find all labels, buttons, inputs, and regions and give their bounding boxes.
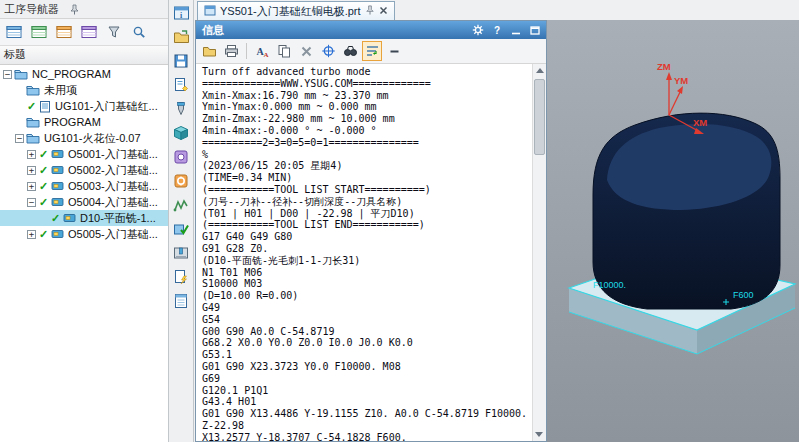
filter-icon[interactable] <box>102 22 125 42</box>
tree-item-label: NC_PROGRAM <box>30 68 113 80</box>
code-line: G43.4 H01 <box>202 396 532 408</box>
word-wrap-icon[interactable] <box>362 41 382 61</box>
code-line: Zmin-Zmax:-22.980 mm ~ 10.000 mm <box>202 113 532 125</box>
tree-item[interactable]: +✓O5001-入门基础... <box>0 146 168 162</box>
expand-icon[interactable]: + <box>27 166 36 175</box>
code-line: Z-22.98 <box>202 420 532 432</box>
locate-icon[interactable] <box>318 41 338 61</box>
maximize-icon[interactable] <box>530 26 540 35</box>
verify-toolpath-icon[interactable] <box>170 218 192 240</box>
open-part-icon[interactable] <box>170 26 192 48</box>
cam-toolbar: i <box>169 0 194 442</box>
code-line: (TIME=0.34 MIN) <box>202 172 532 184</box>
expand-icon[interactable]: + <box>27 182 36 191</box>
tree-item[interactable]: ✓UG101-入门基础红... <box>0 98 168 114</box>
pin-icon[interactable] <box>365 5 375 17</box>
folder-icon <box>26 132 40 144</box>
create-operation-icon[interactable] <box>170 170 192 192</box>
tree-item[interactable]: ✓D10-平面铣-1... <box>0 210 168 226</box>
navigator-toolbar <box>0 19 168 46</box>
font-icon[interactable]: AA <box>252 41 272 61</box>
shop-documentation-icon[interactable] <box>170 290 192 312</box>
tree-item[interactable]: +✓O5002-入门基础... <box>0 162 168 178</box>
tree-item[interactable]: PROGRAM <box>0 114 168 130</box>
check-icon: ✓ <box>38 196 49 209</box>
scroll-up-icon[interactable] <box>533 64 546 77</box>
info-window: 信息 ? AA Turn off advanced turbo mode====… <box>195 20 547 442</box>
collapse-icon[interactable]: − <box>15 134 24 143</box>
document-tab[interactable]: YS501-入门基础红铜电极.prt <box>197 1 395 20</box>
geometry-view-icon[interactable] <box>52 22 75 42</box>
tree-item-label: 未用项 <box>42 83 79 98</box>
settings-icon[interactable] <box>472 24 484 36</box>
info-title: 信息 <box>202 23 224 38</box>
create-geometry-icon[interactable] <box>170 122 192 144</box>
vertical-scrollbar[interactable] <box>532 64 546 441</box>
collapse-icon[interactable]: − <box>27 198 36 207</box>
tree-item-label: O5005-入门基础... <box>66 227 160 242</box>
tree-item-label: PROGRAM <box>42 116 103 128</box>
expand-icon[interactable]: + <box>27 230 36 239</box>
collapse-icon[interactable] <box>384 41 404 61</box>
svg-text:A: A <box>263 51 268 59</box>
scroll-down-icon[interactable] <box>535 432 543 437</box>
code-line: X13.2577 Y-18.3707 C-54.1828 F600. <box>202 432 532 441</box>
expand-icon[interactable]: + <box>27 150 36 159</box>
code-line: G91 G28 Z0. <box>202 243 532 255</box>
print-icon[interactable] <box>221 41 241 61</box>
machine-tool-view-icon[interactable] <box>27 22 50 42</box>
navigator-header: 工序导航器 <box>0 0 168 19</box>
document-tabbar: YS501-入门基础红铜电极.prt <box>195 0 799 20</box>
axis-label-xm: XM <box>693 117 707 128</box>
tree-item[interactable]: −NC_PROGRAM <box>0 66 168 82</box>
code-line: S10000 M03 <box>202 278 532 290</box>
feed-label-right: F600 <box>733 290 754 300</box>
operation-icon <box>51 164 64 176</box>
navigator-title: 工序导航器 <box>4 2 59 17</box>
code-line: ==========2=3=0=5=0=1=============== <box>202 137 532 149</box>
scrollbar-thumb[interactable] <box>534 79 545 155</box>
program-order-view-icon[interactable] <box>2 22 25 42</box>
create-program-icon[interactable] <box>170 74 192 96</box>
tree-item[interactable]: −✓O5004-入门基础... <box>0 194 168 210</box>
pin-icon[interactable] <box>69 4 80 15</box>
minimize-icon[interactable] <box>511 26 521 35</box>
generate-toolpath-icon[interactable] <box>170 194 192 216</box>
tree-item[interactable]: 未用项 <box>0 82 168 98</box>
post-process-icon[interactable] <box>170 266 192 288</box>
open-file-icon[interactable] <box>199 41 219 61</box>
column-header[interactable]: 标题 <box>0 46 168 65</box>
tree-item[interactable]: +✓O5005-入门基础... <box>0 226 168 242</box>
operation-icon <box>51 180 64 192</box>
tree-item-label: UG101-火花位-0.07 <box>42 131 143 146</box>
tree-item[interactable]: +✓O5003-入门基础... <box>0 178 168 194</box>
help-icon[interactable]: ? <box>493 25 502 36</box>
code-line: 4min-4max:-0.000 ° ~ -0.000 ° <box>202 125 532 137</box>
close-icon[interactable] <box>379 5 388 17</box>
info-titlebar[interactable]: 信息 ? <box>196 21 546 39</box>
code-line: G49 <box>202 302 532 314</box>
tree-item-label: UG101-入门基础红... <box>53 99 160 114</box>
collapse-icon[interactable]: − <box>3 70 12 79</box>
copy-icon[interactable] <box>274 41 294 61</box>
machining-method-view-icon[interactable] <box>77 22 100 42</box>
find-icon[interactable] <box>340 41 360 61</box>
document-tab-title: YS501-入门基础红铜电极.prt <box>220 4 361 19</box>
graphics-viewport[interactable]: ZM YM XM F10000. F600 <box>547 20 799 442</box>
code-line: (T01 | H01 | D00 | -22.98 | 平刀D10) <box>202 208 532 220</box>
save-part-icon[interactable] <box>170 50 192 72</box>
information-window-icon[interactable]: i <box>170 2 192 24</box>
tree-item-label: O5002-入门基础... <box>66 163 160 178</box>
delete-icon[interactable] <box>296 41 316 61</box>
create-tool-icon[interactable] <box>170 98 192 120</box>
folder-icon <box>26 116 40 128</box>
code-line: G01 G90 X13.4486 Y-19.1155 Z10. A0.0 C-5… <box>202 408 532 420</box>
code-line: (===========TOOL LIST END===========) <box>202 219 532 231</box>
tree-item[interactable]: −UG101-火花位-0.07 <box>0 130 168 146</box>
simulate-machine-icon[interactable] <box>170 242 192 264</box>
find-object-icon[interactable] <box>127 22 150 42</box>
folder-icon <box>26 84 40 96</box>
code-line: (刀号--刀补--径补--切削深度--刀具名称) <box>202 196 532 208</box>
create-method-icon[interactable] <box>170 146 192 168</box>
info-content[interactable]: Turn off advanced turbo mode============… <box>196 64 532 441</box>
